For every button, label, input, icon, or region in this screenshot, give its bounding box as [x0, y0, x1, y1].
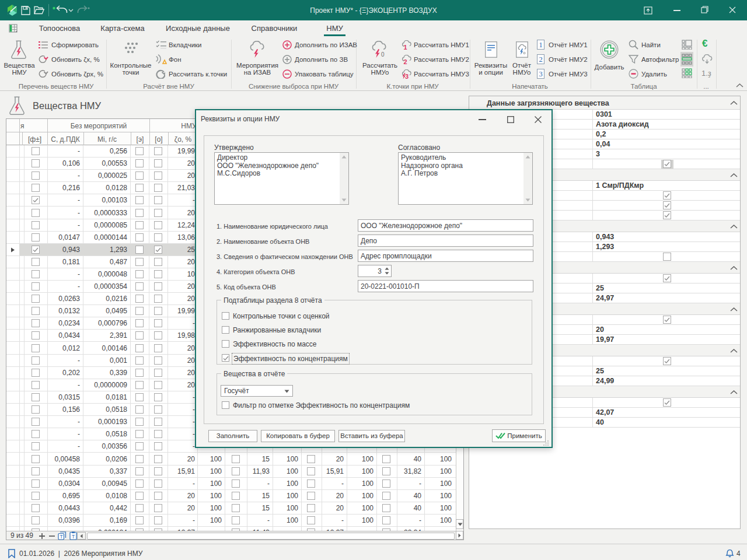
svg-text:3: 3	[539, 70, 543, 78]
svg-text:1: 1	[539, 41, 543, 49]
svg-text:T: T	[60, 534, 63, 540]
svg-text:0: 0	[381, 51, 385, 58]
svg-text:2: 2	[404, 58, 407, 65]
svg-text:3: 3	[405, 73, 409, 79]
svg-text:T: T	[72, 534, 75, 540]
svg-text:1: 1	[404, 43, 407, 50]
svg-text:2: 2	[539, 55, 543, 64]
